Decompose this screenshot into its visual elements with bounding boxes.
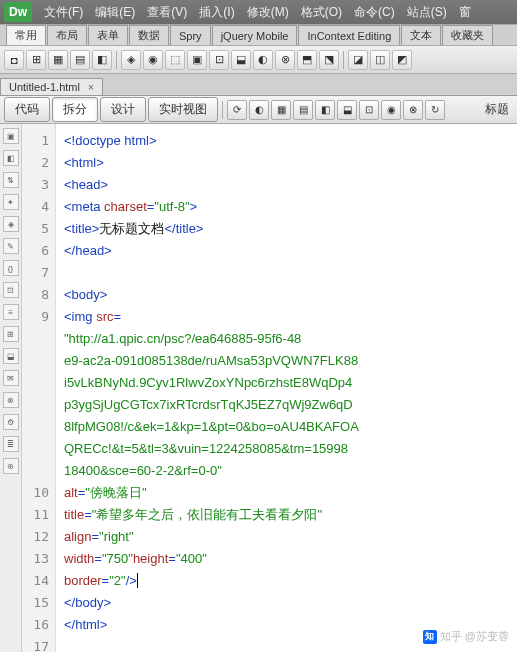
- tool-button[interactable]: ◉: [381, 100, 401, 120]
- tool-button[interactable]: ⬚: [165, 50, 185, 70]
- category-tab[interactable]: 收藏夹: [442, 25, 493, 45]
- tool-button[interactable]: ▦: [271, 100, 291, 120]
- view-button[interactable]: 拆分: [52, 97, 98, 122]
- category-tab[interactable]: jQuery Mobile: [212, 25, 298, 45]
- tool-button[interactable]: ▦: [48, 50, 68, 70]
- insert-category-tabs: 常用布局表单数据SpryjQuery MobileInContext Editi…: [0, 24, 517, 46]
- vtool-button[interactable]: ⬓: [3, 348, 19, 364]
- tool-button[interactable]: ▣: [187, 50, 207, 70]
- watermark: 知 知乎 @苏变蓉: [423, 629, 509, 644]
- vtool-button[interactable]: ⊗: [3, 392, 19, 408]
- view-toolbar: 代码拆分设计实时视图 ⟳◐▦▤◧⬓⊡◉⊗↻ 标题: [0, 96, 517, 124]
- tool-button[interactable]: ⬔: [319, 50, 339, 70]
- vtool-button[interactable]: ⊞: [3, 326, 19, 342]
- vtool-button[interactable]: ≡: [3, 304, 19, 320]
- category-tab[interactable]: 数据: [129, 25, 169, 45]
- menu-item[interactable]: 插入(I): [193, 4, 240, 21]
- tool-button[interactable]: ◈: [121, 50, 141, 70]
- category-tab[interactable]: 文本: [401, 25, 441, 45]
- menu-item[interactable]: 窗: [453, 4, 477, 21]
- document-tab-name: Untitled-1.html: [9, 81, 80, 93]
- category-tab[interactable]: 常用: [6, 25, 46, 45]
- tool-button[interactable]: ◫: [370, 50, 390, 70]
- zhihu-logo-icon: 知: [423, 630, 437, 644]
- watermark-text: 知乎 @苏变蓉: [440, 629, 509, 644]
- insert-toolbar: ◘⊞▦▤◧◈◉⬚▣⊡⬓◐⊗⬒⬔◪◫◩: [0, 46, 517, 74]
- document-tabs: Untitled-1.html ×: [0, 74, 517, 96]
- vtool-button[interactable]: ⇅: [3, 172, 19, 188]
- vtool-button[interactable]: ✦: [3, 194, 19, 210]
- category-tab[interactable]: 布局: [47, 25, 87, 45]
- code-editor[interactable]: <!doctype html><html><head><meta charset…: [56, 124, 517, 652]
- vtool-button[interactable]: ⊡: [3, 282, 19, 298]
- tool-button[interactable]: ⊞: [26, 50, 46, 70]
- vtool-button[interactable]: ⚙: [3, 414, 19, 430]
- menu-item[interactable]: 文件(F): [38, 4, 89, 21]
- menu-item[interactable]: 查看(V): [141, 4, 193, 21]
- tool-button[interactable]: ⊗: [275, 50, 295, 70]
- tool-button[interactable]: ↻: [425, 100, 445, 120]
- tool-button[interactable]: ⊡: [209, 50, 229, 70]
- tool-button[interactable]: ⊗: [403, 100, 423, 120]
- tool-button[interactable]: ◩: [392, 50, 412, 70]
- app-logo: Dw: [4, 2, 32, 22]
- view-button[interactable]: 代码: [4, 97, 50, 122]
- vtool-button[interactable]: ◧: [3, 150, 19, 166]
- vtool-button[interactable]: ◈: [3, 216, 19, 232]
- tool-button[interactable]: ⬓: [231, 50, 251, 70]
- category-tab[interactable]: 表单: [88, 25, 128, 45]
- tool-button[interactable]: ◧: [315, 100, 335, 120]
- category-tab[interactable]: InContext Editing: [298, 25, 400, 45]
- menu-item[interactable]: 修改(M): [241, 4, 295, 21]
- tool-button[interactable]: ⬒: [297, 50, 317, 70]
- view-button[interactable]: 设计: [100, 97, 146, 122]
- document-tab[interactable]: Untitled-1.html ×: [0, 78, 103, 95]
- menu-item[interactable]: 编辑(E): [89, 4, 141, 21]
- vtool-button[interactable]: ✉: [3, 370, 19, 386]
- tool-button[interactable]: ▤: [293, 100, 313, 120]
- vtool-button[interactable]: ⊕: [3, 458, 19, 474]
- menu-bar: Dw 文件(F)编辑(E)查看(V)插入(I)修改(M)格式(O)命令(C)站点…: [0, 0, 517, 24]
- tool-button[interactable]: ◘: [4, 50, 24, 70]
- tool-button[interactable]: ◪: [348, 50, 368, 70]
- menu-item[interactable]: 站点(S): [401, 4, 453, 21]
- menu-item[interactable]: 格式(O): [295, 4, 348, 21]
- tool-button[interactable]: ◐: [249, 100, 269, 120]
- menu-item[interactable]: 命令(C): [348, 4, 401, 21]
- tool-button[interactable]: ⬓: [337, 100, 357, 120]
- vtool-button[interactable]: {}: [3, 260, 19, 276]
- tool-button[interactable]: ◐: [253, 50, 273, 70]
- editor-area: ▣◧⇅✦◈✎{}⊡≡⊞⬓✉⊗⚙≣⊕ 123456789 101112131415…: [0, 124, 517, 652]
- tool-button[interactable]: ◧: [92, 50, 112, 70]
- category-tab[interactable]: Spry: [170, 25, 211, 45]
- tool-button[interactable]: ⟳: [227, 100, 247, 120]
- vtool-button[interactable]: ▣: [3, 128, 19, 144]
- title-label: 标题: [485, 101, 513, 118]
- close-icon[interactable]: ×: [88, 82, 94, 93]
- tool-button[interactable]: ▤: [70, 50, 90, 70]
- line-gutter: 123456789 1011121314151617: [22, 124, 56, 652]
- vtool-button[interactable]: ✎: [3, 238, 19, 254]
- vertical-toolbar: ▣◧⇅✦◈✎{}⊡≡⊞⬓✉⊗⚙≣⊕: [0, 124, 22, 652]
- view-button[interactable]: 实时视图: [148, 97, 218, 122]
- tool-button[interactable]: ◉: [143, 50, 163, 70]
- vtool-button[interactable]: ≣: [3, 436, 19, 452]
- tool-button[interactable]: ⊡: [359, 100, 379, 120]
